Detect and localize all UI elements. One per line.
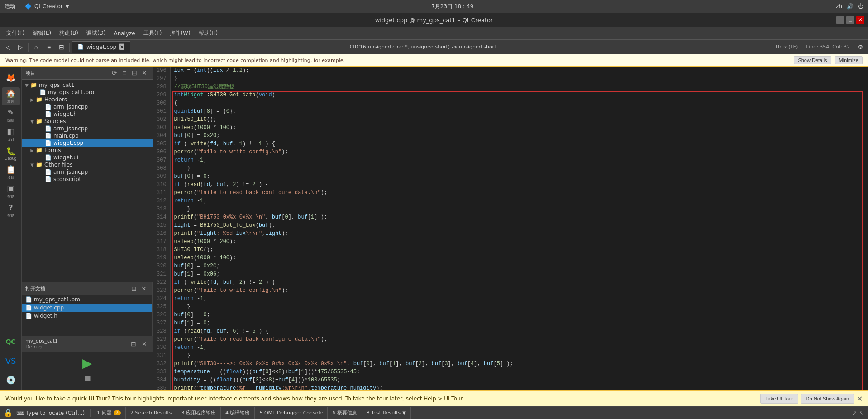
sidebar-icon-welcome[interactable]: 🏠 欢迎	[2, 87, 20, 105]
sidebar-icon-appstore[interactable]: ▣ 帮助	[2, 182, 20, 200]
line-number-324: 324	[157, 295, 167, 303]
app-dropdown-icon[interactable]: ▼	[66, 4, 69, 9]
status-tab-app-output[interactable]: 3 应用程序输出	[176, 407, 221, 419]
sidebar-icon-projects[interactable]: 📋 项目	[2, 163, 20, 181]
sidebar-icon-debug[interactable]: 🐛 Debug	[2, 144, 20, 162]
open-docs-split-btn[interactable]: ⊟	[129, 284, 138, 293]
tree-arm-json-other[interactable]: 📄 arm_jsoncpp	[22, 168, 153, 176]
panel-filter-btn[interactable]: ≡	[120, 68, 129, 77]
menu-edit[interactable]: 编辑(E)	[29, 29, 55, 38]
toolbar-settings[interactable]: ⚙	[854, 41, 866, 53]
minimize-button[interactable]: –	[836, 16, 844, 24]
power-icon[interactable]: ⏻	[858, 3, 863, 10]
project-panel-header: 项目 ⟳ ≡ ⊟ ✕	[22, 67, 153, 80]
open-docs-panel: 打开文档 ⊟ ✕ 📄 my_gps_cat1.pro 📄 widget.cpp …	[22, 282, 153, 336]
warning-bar: Warning: The code model could not parse …	[0, 54, 868, 67]
tree-pro-file[interactable]: 📄 my_gps_cat1.pro	[22, 89, 153, 96]
open-doc-widget-cpp-icon: 📄	[25, 305, 32, 311]
status-tab-test[interactable]: 8 Test Results ▼	[362, 407, 411, 419]
code-line-332: printf("SHT30---->: 0x%x 0x%x 0x%x 0x%x …	[174, 360, 864, 368]
tree-arm-json-cpp[interactable]: 📄 arm_jsoncpp	[22, 125, 153, 132]
sidebar-icon-help[interactable]: ? 帮助	[2, 201, 20, 219]
tab-widget-cpp[interactable]: 📄 widget.cpp ✕	[72, 41, 130, 53]
take-tour-button[interactable]: Take UI Tour	[760, 394, 798, 404]
toolbar-fwd[interactable]: ▷	[14, 41, 26, 53]
volume-icon[interactable]: 🔊	[847, 3, 854, 10]
sidebar-icon-edit[interactable]: ✎ 编辑	[2, 106, 20, 124]
sidebar-icon-vscode[interactable]: VS	[2, 352, 20, 370]
status-tab-search[interactable]: 2 Search Results	[126, 407, 177, 419]
stop-run-button[interactable]: ⏹	[83, 373, 92, 384]
panel-toolbar-debug-split[interactable]: ⊟	[129, 339, 138, 348]
open-doc-pro[interactable]: 📄 my_gps_cat1.pro	[22, 295, 152, 304]
tree-main-cpp[interactable]: 📄 main.cpp	[22, 132, 153, 139]
toolbar-list[interactable]: ≡	[43, 41, 55, 53]
open-doc-widget-h[interactable]: 📄 widget.h	[22, 312, 152, 320]
tree-widget-cpp[interactable]: 📄 widget.cpp	[22, 139, 153, 147]
panel-split-btn[interactable]: ⊟	[130, 68, 139, 77]
tree-label-arm-other: arm_jsoncpp	[53, 169, 153, 175]
sidebar-icon-qc[interactable]: QC	[2, 333, 20, 351]
function-signature: CRC16(unsigned char *, unsigned short) -…	[346, 44, 500, 50]
panel-sync-btn[interactable]: ⟳	[110, 68, 119, 77]
tree-widget-h[interactable]: 📄 widget.h	[22, 110, 153, 118]
code-line-321: buf[1] = 0x06;	[174, 270, 864, 278]
tree-label-arm-cpp: arm_jsoncpp	[53, 125, 153, 132]
status-expand-btn[interactable]: ⤢	[852, 409, 857, 417]
tree-other-files[interactable]: ▼ 📁 Other files	[22, 161, 153, 168]
code-content[interactable]: lux = (int)(lux / 1.2);}//获取SHT30温湿度数据in…	[171, 67, 868, 390]
tree-arm-json-h[interactable]: 📄 arm_jsoncpp	[22, 103, 153, 110]
window-controls: – □ ✕	[836, 16, 864, 24]
status-lock-btn[interactable]: 🔒	[4, 409, 13, 417]
line-number-330: 330	[157, 343, 167, 352]
status-tab-summary[interactable]: 6 概要信息	[328, 407, 362, 419]
menu-build[interactable]: 构建(B)	[56, 29, 82, 38]
lang-label[interactable]: zh	[836, 3, 842, 10]
menu-analyze[interactable]: Analyze	[110, 29, 138, 38]
tree-widget-ui[interactable]: 📄 widget.ui	[22, 154, 153, 161]
maximize-button[interactable]: □	[846, 16, 854, 24]
do-not-show-button[interactable]: Do Not Show Again	[801, 394, 854, 404]
open-docs-close-btn[interactable]: ✕	[139, 284, 148, 293]
folder-headers-icon: 📁	[35, 96, 43, 103]
status-tab-compile[interactable]: 4 编译输出	[221, 407, 255, 419]
sidebar-icon-project[interactable]: 🦊	[2, 68, 20, 86]
tree-headers[interactable]: ▶ 📁 Headers	[22, 96, 153, 103]
file-tree: ▼ 📁 my_gps_cat1 📄 my_gps_cat1.pro ▶ 📁 He…	[22, 80, 153, 282]
menu-debug[interactable]: 调试(D)	[83, 29, 110, 38]
warning-text: Warning: The code model could not parse …	[5, 57, 345, 63]
sidebar-icon-design[interactable]: ◧ 设计	[2, 125, 20, 143]
tour-close-button[interactable]: ✕	[857, 395, 863, 403]
open-doc-widget-cpp[interactable]: 📄 widget.cpp	[22, 304, 152, 312]
code-line-298: //获取SHT30温湿度数据	[174, 83, 864, 91]
status-type-btn[interactable]: ⌨ Type to locate (Ctrl...)	[13, 410, 88, 416]
panel-close-btn[interactable]: ✕	[140, 68, 149, 77]
tree-forms[interactable]: ▶ 📁 Forms	[22, 147, 153, 154]
open-docs-header: 打开文档 ⊟ ✕	[22, 282, 152, 295]
folder-icon: 📁	[30, 82, 37, 88]
tree-sconscript[interactable]: 📄 sconscript	[22, 176, 153, 183]
show-details-button[interactable]: Show Details	[794, 56, 831, 64]
panel-toolbar-debug-close[interactable]: ✕	[140, 339, 149, 348]
menu-window[interactable]: 控件(W)	[166, 29, 194, 38]
tree-root[interactable]: ▼ 📁 my_gps_cat1	[22, 81, 153, 89]
menu-help[interactable]: 帮助(H)	[195, 29, 221, 38]
position-label: Line: 354, Col: 32	[802, 44, 854, 50]
sidebar-icon-disc[interactable]: 💿	[2, 371, 20, 389]
toolbar-split[interactable]: ⊟	[56, 41, 67, 53]
menu-tools[interactable]: 工具(T)	[140, 29, 166, 38]
toolbar-home[interactable]: ⌂	[30, 41, 42, 53]
menu-file[interactable]: 文件(F)	[3, 29, 28, 38]
tab-close-button[interactable]: ✕	[119, 43, 124, 50]
tree-label-widget-cpp: widget.cpp	[53, 140, 153, 146]
close-button[interactable]: ✕	[856, 16, 864, 24]
run-button[interactable]: ▶	[82, 356, 92, 371]
status-tab-qml[interactable]: 5 QML Debugger Console	[255, 407, 328, 419]
status-tab-issues[interactable]: 1 问题 2	[92, 407, 126, 419]
tree-sources[interactable]: ▼ 📁 Sources	[22, 118, 153, 125]
line-number-312: 312	[157, 197, 167, 205]
code-line-312: return -1;	[174, 197, 864, 205]
toolbar-back[interactable]: ◁	[2, 41, 14, 53]
minimize-warning-button[interactable]: Minimize	[835, 56, 863, 64]
status-collapse-btn[interactable]: ⤡	[859, 409, 864, 417]
